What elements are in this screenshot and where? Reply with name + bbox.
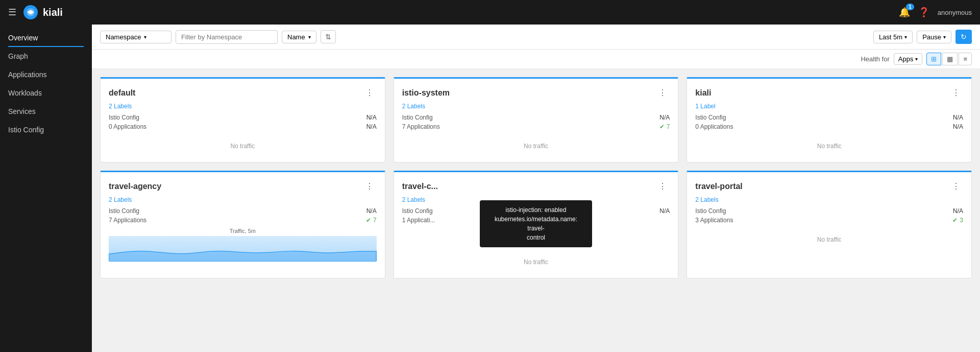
namespace-card-kiali: kiali ⋮ 1 Label Istio Config N/A 0 Appli… <box>687 77 972 162</box>
logo: kiali <box>22 4 63 20</box>
kiali-logo-icon <box>22 4 39 20</box>
sidebar-item-applications[interactable]: Applications <box>0 65 92 84</box>
card-row-apps-kiali: 0 Applications N/A <box>695 123 963 130</box>
green-check-icon-istio-system: ✔ <box>659 123 665 130</box>
sidebar-applications-label: Applications <box>8 71 47 79</box>
card-header-travel-portal: travel-portal ⋮ <box>695 180 963 192</box>
view-card-large-button[interactable]: ⊞ <box>926 53 941 65</box>
sidebar-item-istio-config[interactable]: Istio Config <box>0 121 92 139</box>
card-menu-travel-agency[interactable]: ⋮ <box>362 180 377 192</box>
card-menu-travel-portal[interactable]: ⋮ <box>949 180 963 192</box>
card-header-travel-agency: travel-agency ⋮ <box>109 180 377 192</box>
card-istio-val-kiali: N/A <box>953 114 963 121</box>
sidebar: Overview Graph Applications Workloads Se… <box>0 25 92 352</box>
card-title-travel-agency: travel-agency <box>109 182 161 191</box>
sidebar-graph-label: Graph <box>8 52 28 60</box>
card-istio-label-travel-agency: Istio Config <box>109 207 139 215</box>
health-chevron-icon: ▾ <box>915 56 918 62</box>
namespace-chevron-icon: ▾ <box>144 34 146 40</box>
card-labels-travel-control[interactable]: 2 Labels <box>402 196 670 203</box>
sidebar-item-overview[interactable]: Overview <box>0 29 92 47</box>
hamburger-icon[interactable]: ☰ <box>8 7 16 18</box>
card-labels-istio-system[interactable]: 2 Labels <box>402 103 670 110</box>
namespace-filter-input[interactable] <box>176 30 278 44</box>
card-row-istio-default: Istio Config N/A <box>109 114 377 121</box>
no-traffic-kiali: No traffic <box>695 138 963 154</box>
health-bar: Health for Apps ▾ ⊞ ▦ ≡ <box>92 50 980 69</box>
notifications-bell[interactable]: 🔔 1 <box>899 7 910 18</box>
kiali-text: kiali <box>43 7 63 18</box>
namespace-card-travel-agency: travel-agency ⋮ 2 Labels Istio Config N/… <box>100 171 385 278</box>
no-traffic-travel-control: No traffic <box>402 254 670 270</box>
pause-chevron-icon: ▾ <box>943 34 946 40</box>
traffic-chart-travel-agency <box>109 236 377 262</box>
card-apps-val-istio-system: ✔ 7 <box>659 123 670 130</box>
card-title-travel-control: travel-c... <box>402 182 438 191</box>
card-istio-val-default: N/A <box>366 114 377 121</box>
card-istio-val-travel-agency: N/A <box>366 207 377 215</box>
notifications-badge: 1 <box>906 4 914 10</box>
card-row-istio-kiali: Istio Config N/A <box>695 114 963 121</box>
card-labels-kiali[interactable]: 1 Label <box>695 103 963 110</box>
card-labels-travel-agency[interactable]: 2 Labels <box>109 196 377 203</box>
card-header-kiali: kiali ⋮ <box>695 87 963 99</box>
name-select-label: Name <box>287 33 305 41</box>
green-check-icon-travel-portal: ✔ <box>952 217 958 224</box>
sidebar-istio-config-label: Istio Config <box>8 126 44 134</box>
card-istio-val-istio-system: N/A <box>659 114 670 121</box>
card-istio-label-travel-control: Istio Config <box>402 207 433 215</box>
card-row-apps-travel-agency: 7 Applications ✔ 7 <box>109 217 377 224</box>
card-header-travel-control: travel-c... ⋮ <box>402 180 670 192</box>
sidebar-item-workloads[interactable]: Workloads <box>0 84 92 102</box>
help-icon[interactable]: ❓ <box>918 7 929 18</box>
card-apps-label-travel-control: 1 Applicati... <box>402 217 435 224</box>
card-istio-val-travel-portal: N/A <box>953 207 963 215</box>
card-labels-default[interactable]: 2 Labels <box>109 103 377 110</box>
no-traffic-travel-portal: No traffic <box>695 232 963 247</box>
card-row-apps-travel-portal: 3 Applications ✔ 3 <box>695 217 963 224</box>
user-label[interactable]: anonymous <box>938 9 972 16</box>
card-istio-label-default: Istio Config <box>109 114 139 121</box>
pause-label: Pause <box>922 33 941 41</box>
cards-grid: default ⋮ 2 Labels Istio Config N/A 0 Ap… <box>100 77 972 278</box>
refresh-button[interactable]: ↻ <box>955 30 972 44</box>
time-chevron-icon: ▾ <box>904 34 907 40</box>
card-header-default: default ⋮ <box>109 87 377 99</box>
view-card-small-button[interactable]: ▦ <box>942 53 958 65</box>
no-traffic-default: No traffic <box>109 138 377 154</box>
time-range-select[interactable]: Last 5m ▾ <box>873 31 913 43</box>
card-menu-travel-control[interactable]: ⋮ <box>655 180 670 192</box>
namespace-select[interactable]: Namespace ▾ <box>100 31 172 43</box>
tooltip-line-3: control <box>487 233 585 242</box>
card-menu-istio-system[interactable]: ⋮ <box>655 87 670 99</box>
topnav-actions: 🔔 1 ❓ anonymous <box>899 7 972 18</box>
card-row-apps-default: 0 Applications N/A <box>109 123 377 130</box>
time-range-label: Last 5m <box>879 33 902 41</box>
card-menu-default[interactable]: ⋮ <box>362 87 377 99</box>
sort-button[interactable]: ⇅ <box>321 30 336 43</box>
name-select[interactable]: Name ▾ <box>282 31 316 43</box>
card-apps-val-default: N/A <box>366 123 377 130</box>
sidebar-item-services[interactable]: Services <box>0 102 92 121</box>
view-list-button[interactable]: ≡ <box>959 53 972 65</box>
card-labels-travel-portal[interactable]: 2 Labels <box>695 196 963 203</box>
card-apps-label-travel-portal: 3 Applications <box>695 217 733 224</box>
namespace-select-label: Namespace <box>106 33 141 41</box>
pause-select[interactable]: Pause ▾ <box>917 31 951 43</box>
sidebar-overview-label: Overview <box>8 34 38 42</box>
card-row-apps-istio-system: 7 Applications ✔ 7 <box>402 123 670 130</box>
sidebar-item-graph[interactable]: Graph <box>0 47 92 65</box>
sidebar-workloads-label: Workloads <box>8 89 42 97</box>
card-row-istio-istio-system: Istio Config N/A <box>402 114 670 121</box>
card-apps-val-travel-portal: ✔ 3 <box>952 217 963 224</box>
toolbar: Namespace ▾ Name ▾ ⇅ Last 5m ▾ Pause ▾ ↻ <box>92 25 980 50</box>
card-title-default: default <box>109 88 135 98</box>
sidebar-services-label: Services <box>8 107 36 115</box>
traffic-label-travel-agency: Traffic, 5m <box>109 228 377 234</box>
no-traffic-istio-system: No traffic <box>402 138 670 154</box>
card-menu-kiali[interactable]: ⋮ <box>949 87 963 99</box>
namespace-card-istio-system: istio-system ⋮ 2 Labels Istio Config N/A… <box>394 77 679 162</box>
card-apps-label-kiali: 0 Applications <box>695 123 733 130</box>
health-for-label: Health for <box>861 55 889 63</box>
health-apps-select[interactable]: Apps ▾ <box>894 53 923 65</box>
